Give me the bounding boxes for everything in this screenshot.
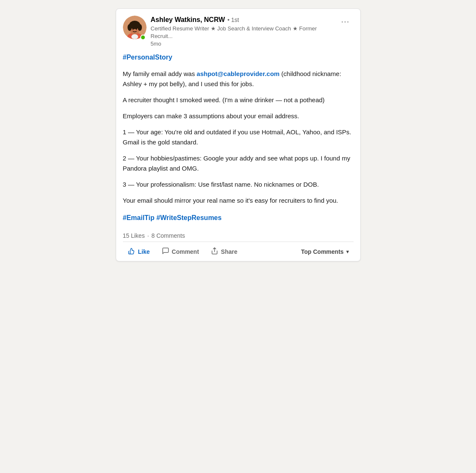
share-button[interactable]: Share xyxy=(206,244,242,259)
share-icon xyxy=(211,247,218,256)
more-options-button[interactable]: ⋯ xyxy=(337,16,354,27)
email-link[interactable]: ashpot@cableprovider.com xyxy=(197,70,280,77)
post-time: 5mo xyxy=(151,41,337,47)
comment-label: Comment xyxy=(172,248,199,255)
likes-count[interactable]: 15 Likes xyxy=(123,232,145,239)
comment-icon xyxy=(162,247,169,256)
post-stats: 15 Likes · 8 Comments xyxy=(123,228,354,242)
paragraph-4: 1 — Your age: You're old and outdated if… xyxy=(123,127,354,147)
post-body: #PersonalStory My family email addy was … xyxy=(123,52,354,223)
author-title: Certified Resume Writer ★ Job Search & I… xyxy=(151,25,337,40)
author-name[interactable]: Ashley Watkins, NCRW xyxy=(151,16,225,24)
author-section: Ashley Watkins, NCRW • 1st Certified Res… xyxy=(123,16,337,47)
avatar-wrapper[interactable] xyxy=(123,16,147,41)
like-icon xyxy=(128,247,136,256)
stats-separator: · xyxy=(147,232,149,239)
top-comments-label: Top Comments xyxy=(301,248,344,255)
paragraph-3: Employers can make 3 assumptions about y… xyxy=(123,111,354,121)
paragraph-7: Your email should mirror your real name … xyxy=(123,196,354,206)
author-info: Ashley Watkins, NCRW • 1st Certified Res… xyxy=(151,16,337,47)
online-indicator xyxy=(140,35,146,40)
linkedin-post: Ashley Watkins, NCRW • 1st Certified Res… xyxy=(116,8,361,261)
actions-left: Like Comment Share xyxy=(123,244,243,259)
like-button[interactable]: Like xyxy=(123,244,155,259)
svg-point-8 xyxy=(136,29,137,30)
hashtag-top[interactable]: #PersonalStory xyxy=(123,52,354,63)
post-actions: Like Comment Share Top Com xyxy=(123,242,354,261)
para1-before: My family email addy was xyxy=(123,70,197,77)
paragraph-1: My family email addy was ashpot@cablepro… xyxy=(123,69,354,89)
author-name-row: Ashley Watkins, NCRW • 1st xyxy=(151,16,337,24)
comments-count[interactable]: 8 Comments xyxy=(152,232,185,239)
svg-point-9 xyxy=(131,34,138,39)
svg-point-5 xyxy=(128,24,132,31)
svg-point-6 xyxy=(138,24,142,31)
connection-badge: • 1st xyxy=(228,16,239,23)
paragraph-5: 2 — Your hobbies/pastimes: Google your a… xyxy=(123,153,354,174)
svg-point-7 xyxy=(132,29,133,30)
share-label: Share xyxy=(221,248,237,255)
chevron-down-icon: ▼ xyxy=(345,249,350,254)
paragraph-6: 3 — Your professionalism: Use first/last… xyxy=(123,179,354,190)
paragraph-2: A recruiter thought I smoked weed. (I'm … xyxy=(123,95,354,105)
top-comments-button[interactable]: Top Comments ▼ xyxy=(298,245,354,258)
comment-button[interactable]: Comment xyxy=(157,244,204,259)
post-header: Ashley Watkins, NCRW • 1st Certified Res… xyxy=(123,16,354,47)
like-label: Like xyxy=(138,248,150,255)
hashtags-bottom[interactable]: #EmailTip #WriteStepResumes xyxy=(123,212,354,223)
